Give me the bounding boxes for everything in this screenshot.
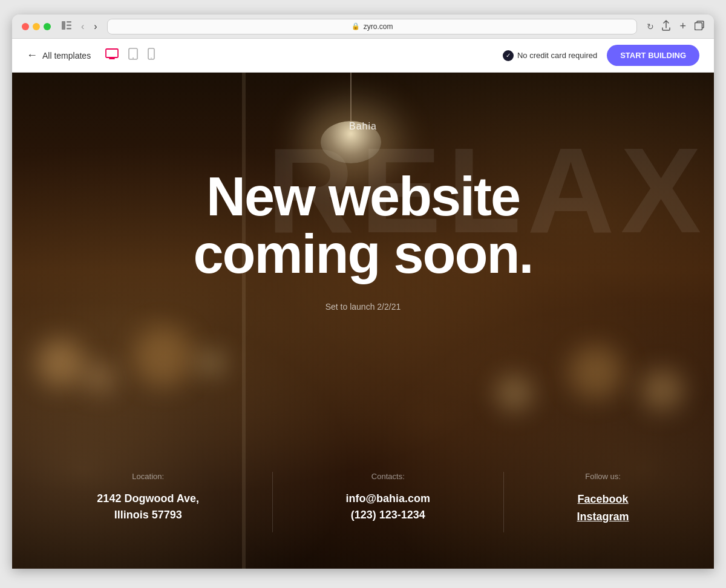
bokeh-2 — [85, 363, 115, 393]
bokeh-4 — [496, 375, 532, 411]
nav-buttons: ‹ › — [79, 20, 100, 33]
site-name: Bahia — [194, 121, 533, 132]
no-credit-label: No credit card required — [517, 51, 597, 60]
back-button[interactable]: ‹ — [79, 20, 87, 33]
desktop-icon[interactable] — [105, 48, 119, 62]
instagram-link[interactable]: Instagram — [577, 508, 629, 526]
new-tab-icon[interactable]: + — [679, 20, 686, 33]
tablet-icon[interactable] — [128, 48, 138, 63]
traffic-light-yellow[interactable] — [33, 23, 40, 30]
contacts-value: info@bahia.com (123) 123-1234 — [346, 491, 431, 523]
social-column: Follow us: Facebook Instagram — [577, 472, 629, 526]
svg-point-9 — [151, 57, 152, 59]
lock-icon: 🔒 — [352, 22, 360, 30]
traffic-lights — [22, 23, 51, 30]
email: info@bahia.com — [346, 492, 431, 505]
device-selector — [105, 48, 155, 63]
divider-2 — [503, 472, 504, 532]
back-arrow-icon: ← — [27, 49, 38, 62]
browser-titlebar: ‹ › 🔒 zyro.com ↻ + — [12, 15, 714, 39]
svg-rect-5 — [106, 49, 118, 57]
svg-rect-2 — [67, 25, 71, 27]
phone: (123) 123-1234 — [351, 509, 425, 521]
browser-actions: + — [661, 20, 704, 33]
svg-rect-4 — [695, 22, 702, 30]
svg-rect-1 — [67, 21, 71, 23]
reload-button[interactable]: ↻ — [647, 22, 654, 31]
browser-window: ‹ › 🔒 zyro.com ↻ + ← A — [12, 15, 714, 569]
headline-line2: coming soon. — [194, 224, 533, 284]
headline-line1: New website — [206, 166, 520, 227]
bokeh-1 — [36, 339, 85, 387]
mobile-icon[interactable] — [148, 48, 155, 63]
no-credit-badge: ✓ No credit card required — [503, 50, 597, 61]
traffic-light-red[interactable] — [22, 23, 29, 30]
divider-1 — [272, 472, 273, 532]
sidebar-toggle-icon[interactable] — [62, 21, 71, 31]
contacts-label: Contacts: — [346, 472, 431, 481]
location-line1: 2142 Dogwood Ave, — [97, 492, 199, 505]
hero-content: Bahia New website coming soon. Set to la… — [194, 73, 533, 360]
url-text: zyro.com — [364, 22, 393, 31]
forward-button[interactable]: › — [91, 20, 99, 33]
footer-info: Location: 2142 Dogwood Ave, Illinois 577… — [12, 472, 714, 532]
follow-label: Follow us: — [577, 472, 629, 481]
contacts-column: Contacts: info@bahia.com (123) 123-1234 — [346, 472, 431, 523]
launch-date: Set to launch 2/2/21 — [194, 302, 533, 312]
back-to-templates-link[interactable]: ← All templates — [27, 49, 91, 62]
svg-rect-0 — [62, 21, 65, 30]
app-toolbar: ← All templates — [12, 39, 714, 73]
location-column: Location: 2142 Dogwood Ave, Illinois 577… — [97, 472, 199, 523]
hero-background: RELAX. Bahia New website coming soon. Se… — [12, 73, 714, 569]
hero-headline: New website coming soon. — [194, 168, 533, 283]
toolbar-right: ✓ No credit card required START BUILDING — [503, 45, 699, 66]
svg-rect-3 — [67, 28, 71, 30]
location-label: Location: — [97, 472, 199, 481]
traffic-light-green[interactable] — [44, 23, 51, 30]
address-bar[interactable]: 🔒 zyro.com — [107, 19, 638, 34]
bokeh-5 — [569, 345, 623, 399]
tabs-icon[interactable] — [695, 21, 704, 33]
back-label: All templates — [42, 51, 91, 60]
facebook-link[interactable]: Facebook — [577, 491, 629, 508]
start-building-button[interactable]: START BUILDING — [607, 45, 699, 66]
check-icon: ✓ — [503, 50, 514, 61]
location-line2: Illinois 57793 — [114, 509, 182, 521]
bokeh-3 — [133, 327, 194, 387]
svg-point-7 — [132, 57, 134, 59]
share-icon[interactable] — [661, 20, 671, 33]
bokeh-6 — [641, 369, 684, 411]
location-value: 2142 Dogwood Ave, Illinois 57793 — [97, 491, 199, 523]
preview-area: RELAX. Bahia New website coming soon. Se… — [12, 73, 714, 569]
